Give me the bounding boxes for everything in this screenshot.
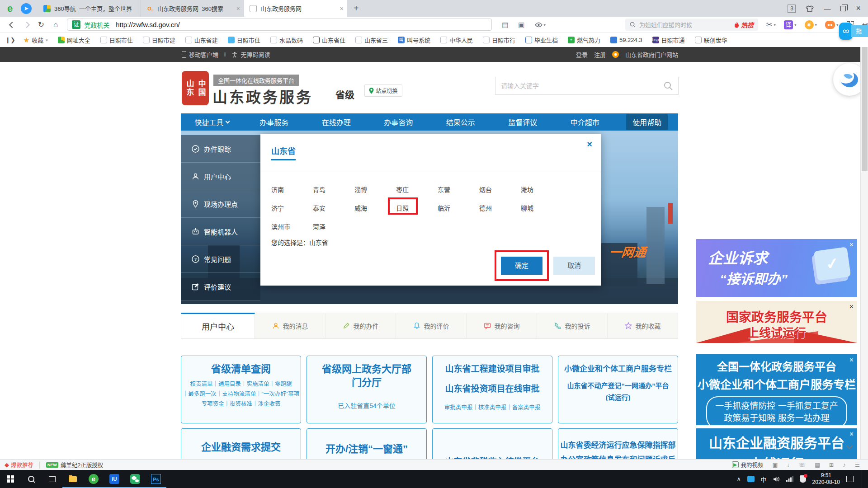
city-option[interactable]: 潍坊 xyxy=(521,180,562,198)
city-option-rizhao-highlighted[interactable]: 日照 xyxy=(396,198,438,217)
banner-close-icon[interactable]: × xyxy=(849,356,854,364)
bookmark-item[interactable]: 山东省三 xyxy=(355,36,388,44)
file-explorer-button[interactable] xyxy=(62,470,83,488)
game-center-tool[interactable]: ●●▾ xyxy=(825,21,839,29)
confirm-button[interactable]: 确定 xyxy=(501,257,542,275)
task-view-button[interactable] xyxy=(42,470,62,488)
bookmark-item[interactable]: bsp日照市通 xyxy=(652,36,685,44)
bookmark-item[interactable]: ◍毕业生档 xyxy=(525,36,558,44)
banner-close-icon[interactable]: × xyxy=(849,241,854,249)
scrollbar-thumb[interactable] xyxy=(862,47,868,171)
new-tab-button[interactable]: + xyxy=(354,3,359,14)
action-center-icon[interactable] xyxy=(846,476,854,482)
side-item-feedback[interactable]: 评价建议 xyxy=(181,273,260,300)
city-option[interactable]: 烟台 xyxy=(479,180,521,198)
login-link[interactable]: 登录 xyxy=(576,50,588,59)
city-option[interactable]: 菏泽 xyxy=(313,217,354,235)
ime-indicator[interactable]: 中 xyxy=(761,475,767,483)
promo-link[interactable]: 薅羊纪2正版授权 xyxy=(61,460,103,469)
tab-close-icon[interactable]: × xyxy=(340,5,344,12)
browser-tab-1[interactable]: 360导航_一个主页，整个世界 xyxy=(38,0,141,17)
city-option[interactable]: 济南 xyxy=(271,180,313,198)
tab-my-complaints[interactable]: 我的投诉 xyxy=(537,313,608,338)
side-item-robot[interactable]: 智能机器人 xyxy=(181,218,260,245)
start-button[interactable] xyxy=(0,470,21,488)
screenshot-tool[interactable]: ✂▾ xyxy=(766,20,776,29)
card-one-window[interactable]: 开办/注销“一窗通” xyxy=(307,428,427,459)
tab-count-badge[interactable]: 3 xyxy=(788,5,796,13)
bookmark-item[interactable]: 59.224.3 xyxy=(610,37,642,43)
bookmark-item[interactable]: 网址大全 xyxy=(58,36,90,44)
city-option[interactable]: 青岛 xyxy=(313,180,354,198)
bookmark-item[interactable]: 马山东省住 xyxy=(313,36,345,44)
side-item-case-tracking[interactable]: 办件跟踪 xyxy=(181,135,260,163)
tab-my-items[interactable]: 我的办件 xyxy=(326,313,396,338)
nav-item-online-handling[interactable]: 在线办理 xyxy=(305,113,368,131)
banner-close-icon[interactable]: × xyxy=(849,430,854,438)
security-shield-icon[interactable] xyxy=(800,475,806,483)
browser-360-button[interactable]: e xyxy=(83,470,104,488)
card-financing-needs[interactable]: 企业融资需求提交 复工复产企业备案(试行) xyxy=(181,428,301,459)
banner-enterprise-appeal[interactable]: 企业诉求 “接诉即办” × xyxy=(696,239,857,297)
favorites-star-icon[interactable]: ★ xyxy=(24,36,29,44)
city-option[interactable]: 泰安 xyxy=(313,198,354,217)
screenshot-icon[interactable]: ▣ xyxy=(773,461,778,468)
drag-search-widget[interactable]: ∞ 拖搜 xyxy=(839,23,868,40)
page-scrollbar[interactable] xyxy=(860,47,868,459)
nav-item-results[interactable]: 结果公示 xyxy=(429,113,492,131)
cancel-button[interactable]: 取消 xyxy=(553,257,595,275)
iu-app-button[interactable]: iU xyxy=(104,470,125,488)
reader-grid-icon[interactable]: ▤ xyxy=(502,21,508,29)
taskbar-clock[interactable]: 9:51 2020-08-10 xyxy=(812,472,840,486)
nav-item-consultation[interactable]: 办事咨询 xyxy=(368,113,430,131)
card-project-approval[interactable]: 山东省工程建设项目审批 山东省投资项目在线审批 审批类申报｜核准类申报｜备案类申… xyxy=(432,356,552,423)
bookmark-item[interactable]: +燃气热力 xyxy=(568,36,600,44)
favorites-label[interactable]: 收藏 xyxy=(32,36,43,44)
banner-integrated-platform[interactable]: 全国一体化政务服务平台 小微企业和个体工商户服务专栏 一手抓疫情防控 一手抓复工… xyxy=(696,354,857,425)
card-provincial-lists[interactable]: 省级清单查阅 权责清单｜通用目录｜实施清单｜零跑腿 ｜最多跑一次｜支持物流清单｜… xyxy=(181,356,301,423)
wallet-tool[interactable]: ¥▾ xyxy=(805,20,817,29)
city-option[interactable]: 临沂 xyxy=(438,198,479,217)
back-icon[interactable] xyxy=(9,21,15,28)
home-icon[interactable]: ⌂ xyxy=(53,20,58,29)
bookmarks-expand-icon[interactable]: ❙❯ xyxy=(5,37,15,43)
city-option[interactable]: 德州 xyxy=(479,198,521,217)
url-text[interactable]: http://zwfw.sd.gov.cn/ xyxy=(116,21,179,28)
bookmark-item[interactable]: 水晶数码 xyxy=(270,36,303,44)
province-tab[interactable]: 山东省 xyxy=(271,145,296,156)
theme-skin-icon[interactable] xyxy=(806,5,814,12)
browser-search-box[interactable]: 为姐姐们应援的时候 热搜 xyxy=(625,19,758,31)
accessible-reading-link[interactable]: 无障碍阅读 xyxy=(241,50,270,59)
register-link[interactable]: 注册 xyxy=(594,50,606,59)
bookmark-item[interactable]: IC联创世华 xyxy=(695,36,727,44)
banner-financing-platform[interactable]: 山东企业融资服务平台 上线运行 × xyxy=(696,428,857,459)
bookmark-item[interactable]: 中华人民 xyxy=(440,36,473,44)
side-item-onsite-points[interactable]: 现场办理点 xyxy=(181,190,260,218)
city-option[interactable]: 淄博 xyxy=(354,180,396,198)
bookmark-item[interactable]: 叫叫号系统 xyxy=(398,36,430,44)
reload-icon[interactable]: ↻ xyxy=(38,20,44,29)
photoshop-button[interactable]: Ps xyxy=(146,470,166,488)
nav-item-help[interactable]: 使用帮助 xyxy=(616,113,679,131)
tray-expand-icon[interactable]: ∧ xyxy=(737,476,741,482)
bookmark-item[interactable]: 日照市住 xyxy=(228,36,260,44)
wechat-button[interactable] xyxy=(125,470,146,488)
nav-item-supervision[interactable]: 监督评议 xyxy=(492,113,554,131)
tab-my-consultations[interactable]: 我的咨询 xyxy=(467,313,537,338)
search-icon[interactable] xyxy=(664,81,673,90)
media-icon[interactable]: ♪ xyxy=(843,462,846,468)
download-icon[interactable]: ↓ xyxy=(787,462,789,468)
close-button[interactable]: × xyxy=(856,4,861,13)
card-online-hall[interactable]: 省级网上政务大厅部门分厅 已入驻省直54个单位 xyxy=(307,356,427,423)
favorites-caret-icon[interactable]: ▾ xyxy=(46,38,48,42)
eye-protect-icon[interactable]: ▾ xyxy=(535,22,546,28)
split-view-icon[interactable]: ▣ xyxy=(518,21,524,29)
hot-recommend-label[interactable]: 爆款推荐 xyxy=(11,460,33,469)
card-emergency-office[interactable]: 山东省委经济运行应急保障指挥部 办公室政策信息发布和问题诉求反 xyxy=(558,428,678,459)
side-item-faq[interactable]: ? 常见问题 xyxy=(181,245,260,273)
bookmark-item[interactable]: 日照市建 xyxy=(143,36,175,44)
tab-close-icon[interactable]: × xyxy=(236,5,240,12)
site-search-input[interactable] xyxy=(501,82,664,89)
send-compass-icon[interactable]: ➤ xyxy=(21,3,32,14)
tray-chat-icon[interactable] xyxy=(747,476,755,482)
